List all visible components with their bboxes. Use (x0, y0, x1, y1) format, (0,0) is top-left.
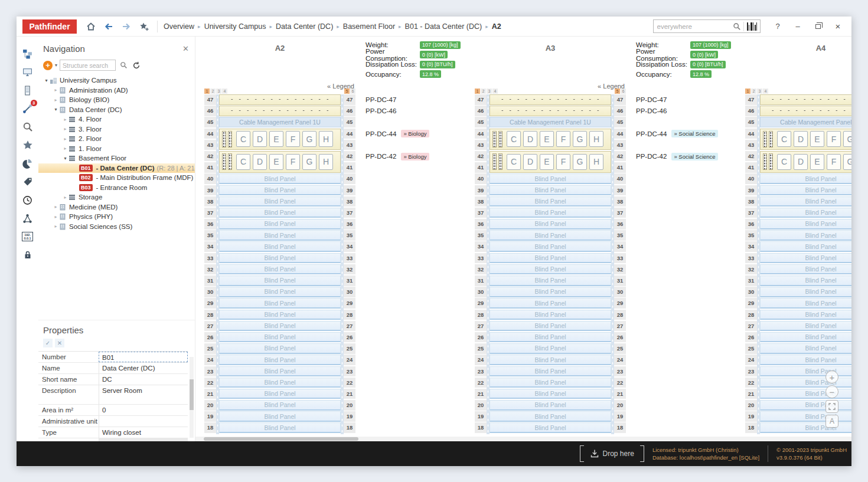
module-slot[interactable]: D (794, 131, 808, 147)
blind-panel[interactable]: Blind Panel (490, 241, 611, 252)
twisty-icon[interactable]: ▸ (62, 126, 68, 132)
module-slot[interactable]: F (556, 154, 570, 170)
maximize-button[interactable] (809, 19, 827, 34)
zoom-out-button[interactable]: − (825, 385, 838, 398)
scrollbar-thumb[interactable] (204, 437, 358, 441)
module-slot[interactable]: G (573, 154, 587, 170)
panel-annotation-label[interactable]: PP-DC-42 (636, 153, 667, 160)
zoom-fit-button[interactable] (825, 400, 838, 413)
module-slot[interactable]: C (507, 154, 521, 170)
patch-panel[interactable] (490, 94, 611, 105)
discard-changes-icon[interactable]: ✕ (55, 339, 64, 347)
property-value[interactable]: Data Center (DC) (99, 363, 188, 373)
blind-panel[interactable]: Blind Panel (219, 264, 341, 275)
module-slot[interactable]: G (843, 154, 851, 170)
twisty-icon[interactable]: ▾ (43, 78, 50, 83)
blind-panel[interactable]: Blind Panel (219, 389, 341, 399)
property-value[interactable] (99, 438, 188, 441)
blind-panel[interactable]: Blind Panel (219, 411, 341, 422)
property-value[interactable]: B01 (99, 352, 188, 362)
module-slot[interactable]: F (286, 131, 300, 147)
history-tool-button[interactable] (20, 194, 35, 206)
blind-panel[interactable]: Blind Panel (760, 355, 851, 365)
tree-item[interactable]: ▸Physics (PHY) (38, 212, 195, 222)
module-slot[interactable]: D (794, 154, 808, 170)
module-slot[interactable]: H (319, 131, 333, 147)
patch-panel[interactable] (760, 94, 851, 105)
device-panel[interactable]: CDEFGH (760, 151, 851, 173)
twisty-icon[interactable]: ▸ (62, 146, 68, 151)
module-slot[interactable]: C (236, 131, 250, 147)
cable-management-panel[interactable]: Cable Management Panel 1U (490, 117, 611, 127)
blind-panel[interactable]: Blind Panel (760, 332, 851, 343)
blind-panel[interactable]: Blind Panel (490, 422, 611, 433)
forward-button[interactable] (118, 19, 135, 34)
blind-panel[interactable]: Blind Panel (760, 321, 851, 332)
minimize-button[interactable]: – (789, 19, 807, 34)
twisty-icon[interactable]: ▸ (53, 97, 59, 103)
back-button[interactable] (100, 19, 117, 34)
device-panel[interactable]: CDEFGH (490, 151, 611, 173)
blind-panel[interactable]: Blind Panel (760, 173, 851, 184)
twisty-icon[interactable]: ▸ (62, 117, 68, 122)
twisty-icon[interactable]: ▸ (62, 195, 68, 200)
blind-panel[interactable]: Blind Panel (219, 230, 341, 241)
tree-item[interactable]: ▾Basement Floor (38, 153, 195, 163)
rack-tool-button[interactable] (20, 84, 35, 97)
blind-panel[interactable]: Blind Panel (490, 355, 611, 365)
module-slot[interactable]: E (269, 154, 283, 170)
twisty-icon[interactable]: ▸ (53, 214, 59, 219)
property-value[interactable]: Server Room (99, 385, 188, 404)
tags-tool-button[interactable] (20, 175, 35, 188)
panel-annotation-label[interactable]: PP-DC-44 (366, 130, 396, 137)
blind-panel[interactable]: Blind Panel (490, 400, 611, 411)
device-panel[interactable]: CDEFGH (760, 129, 851, 150)
blind-panel[interactable]: Blind Panel (490, 366, 611, 377)
blind-panel[interactable]: Blind Panel (760, 298, 851, 309)
panel-annotation-label[interactable]: PP-DC-44 (636, 130, 667, 137)
barcode-scan-icon[interactable] (744, 22, 761, 31)
module-slot[interactable]: D (523, 131, 537, 147)
ip-addresses-tool-button[interactable]: 192.0.0.1 (20, 230, 35, 243)
blind-panel[interactable]: Blind Panel (760, 208, 851, 218)
tree-search-icon[interactable] (118, 61, 129, 69)
department-tag[interactable]: » Social Science (671, 130, 717, 137)
tree-item[interactable]: B01- Data Center (DC)(R: 28 | A: 2145 (38, 163, 195, 173)
help-button[interactable]: ? (769, 19, 787, 34)
blind-panel[interactable]: Blind Panel (219, 298, 341, 309)
blind-panel[interactable]: Blind Panel (219, 332, 341, 343)
tree-item[interactable]: ▸Biology (BIO) (38, 95, 195, 105)
twisty-icon[interactable]: ▾ (53, 107, 59, 112)
module-slot[interactable]: H (589, 131, 603, 147)
module-slot[interactable]: C (777, 154, 791, 170)
blind-panel[interactable]: Blind Panel (490, 196, 611, 207)
tree-item[interactable]: ▾University Campus (38, 76, 195, 86)
breadcrumb-item[interactable]: Overview (161, 22, 197, 31)
module-slot[interactable]: H (589, 154, 603, 170)
patch-panel[interactable] (760, 106, 851, 116)
module-slot[interactable]: C (507, 131, 521, 147)
search-icon[interactable] (730, 22, 743, 31)
department-tag[interactable]: » Biology (401, 153, 429, 160)
blind-panel[interactable]: Blind Panel (490, 208, 611, 218)
property-value[interactable]: 0 (99, 405, 188, 415)
home-button[interactable] (83, 19, 99, 34)
connections-tool-button[interactable]: 3 (20, 102, 35, 115)
twisty-icon[interactable]: ▸ (53, 224, 59, 229)
patch-panel[interactable] (490, 106, 611, 116)
module-slot[interactable]: G (302, 154, 316, 170)
blind-panel[interactable]: Blind Panel (490, 298, 611, 309)
blind-panel[interactable]: Blind Panel (219, 241, 341, 252)
security-tool-button[interactable] (20, 248, 35, 261)
blind-panel[interactable]: Blind Panel (219, 287, 341, 297)
tree-item[interactable]: ▸4. Floor (38, 114, 195, 124)
device-panel[interactable]: CDEFGH (490, 129, 611, 150)
drop-zone[interactable]: Drop here (580, 445, 644, 463)
cable-management-panel[interactable]: Cable Management Panel 1U (219, 117, 341, 127)
tree-item[interactable]: B02- Main Distribution Frame (MDF)(R: (38, 173, 195, 183)
module-slot[interactable]: E (540, 131, 554, 147)
blind-panel[interactable]: Blind Panel (490, 332, 611, 343)
close-navigation-icon[interactable]: ✕ (182, 44, 189, 53)
blind-panel[interactable]: Blind Panel (760, 287, 851, 297)
panel-annotation-label[interactable]: PP-DC-46 (366, 107, 396, 114)
